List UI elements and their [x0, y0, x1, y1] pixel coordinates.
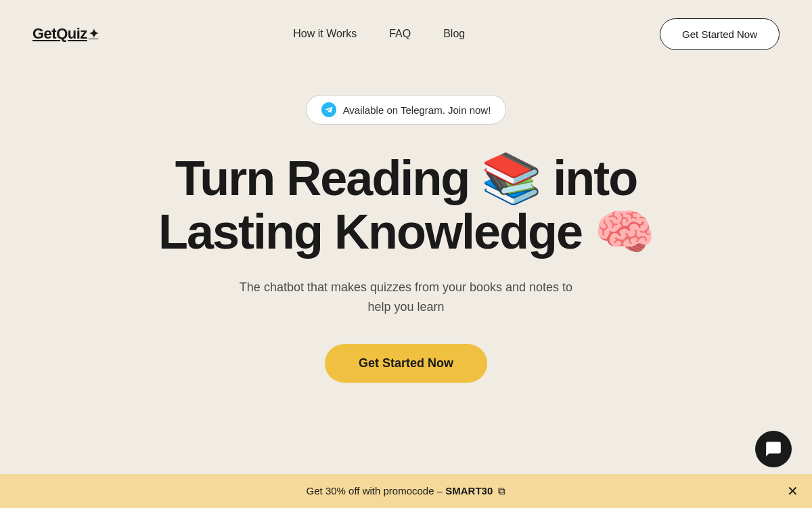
- hero-cta-button[interactable]: Get Started Now: [325, 344, 487, 383]
- chat-bubble-button[interactable]: [755, 431, 792, 467]
- nav-links: How it Works FAQ Blog: [293, 28, 465, 40]
- hero-title-line1: Turn Reading 📚 into: [175, 151, 637, 205]
- navbar: GetQuiz✦ How it Works FAQ Blog Get Start…: [0, 0, 812, 68]
- telegram-icon: [321, 102, 336, 117]
- hero-title-line2: Lasting Knowledge 🧠: [158, 205, 654, 259]
- nav-blog[interactable]: Blog: [443, 28, 465, 39]
- hero-subtitle: The chatbot that makes quizzes from your…: [237, 278, 575, 317]
- promo-prefix: Get 30% off with promocode –: [307, 485, 443, 496]
- logo-text: GetQuiz: [32, 25, 87, 43]
- nav-cta-button[interactable]: Get Started Now: [660, 18, 780, 50]
- nav-faq[interactable]: FAQ: [389, 28, 411, 39]
- promo-banner: Get 30% off with promocode – SMART30 ⧉ ✕: [0, 474, 812, 508]
- logo-plus: ✦: [89, 26, 99, 41]
- hero-title: Turn Reading 📚 into Lasting Knowledge 🧠: [158, 152, 654, 259]
- promo-copy-icon[interactable]: ⧉: [498, 485, 505, 497]
- promo-close-button[interactable]: ✕: [787, 484, 798, 498]
- telegram-badge-text: Available on Telegram. Join now!: [343, 104, 491, 116]
- promo-code: SMART30: [445, 485, 493, 496]
- logo[interactable]: GetQuiz✦: [32, 25, 98, 43]
- nav-how-it-works[interactable]: How it Works: [293, 28, 357, 39]
- hero-section: Available on Telegram. Join now! Turn Re…: [0, 68, 812, 383]
- promo-text: Get 30% off with promocode – SMART30 ⧉: [16, 485, 796, 497]
- telegram-badge[interactable]: Available on Telegram. Join now!: [306, 95, 507, 125]
